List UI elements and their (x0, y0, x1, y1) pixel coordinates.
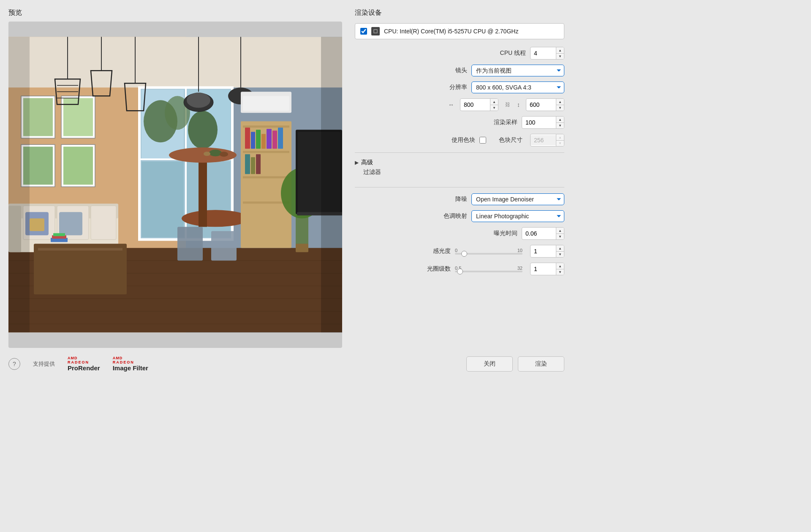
cpu-threads-down[interactable]: ▼ (556, 53, 564, 59)
svg-rect-72 (278, 128, 283, 149)
svg-rect-70 (267, 129, 272, 149)
device-selection-box: CPU: Intel(R) Core(TM) i5-5257U CPU @ 2.… (355, 23, 564, 39)
denoise-row: 降噪 Open Image Denoiser Bilateral Filter … (355, 193, 564, 205)
preview-area (8, 22, 342, 348)
dimensions-row: ↔ ▲ ▼ ⛓ ↕ ▲ ▼ (355, 98, 564, 111)
iso-slider[interactable] (455, 253, 523, 255)
cpu-threads-up[interactable]: ▲ (556, 47, 564, 53)
svg-rect-14 (142, 161, 184, 237)
tile-size-up: ▲ (556, 134, 564, 140)
svg-rect-64 (243, 176, 289, 178)
svg-rect-73 (245, 154, 250, 174)
svg-marker-91 (321, 37, 342, 332)
svg-rect-68 (256, 130, 261, 149)
height-stepper[interactable]: ▲ ▼ (526, 98, 564, 111)
height-stepper-btns: ▲ ▼ (556, 99, 564, 111)
width-down[interactable]: ▼ (490, 105, 498, 111)
svg-rect-63 (243, 151, 289, 153)
tonemap-select[interactable]: Linear Photographic None Reinhard (471, 210, 564, 222)
iso-row: 感光度 0 10 ▲ ▼ (355, 245, 564, 258)
use-tile-checkbox[interactable] (479, 137, 486, 144)
svg-point-58 (182, 210, 249, 227)
width-icon: ↔ (448, 101, 454, 108)
exposure-stepper[interactable]: ▲ ▼ (522, 227, 564, 240)
svg-rect-49 (91, 206, 116, 239)
fstop-input[interactable] (531, 264, 556, 274)
fstop-slider[interactable] (455, 271, 523, 272)
svg-rect-52 (30, 218, 44, 231)
svg-rect-75 (256, 154, 261, 174)
right-content: 渲染设备 CPU: Intel(R) Core(TM) i5-5257U CPU… (355, 8, 564, 372)
svg-rect-79 (296, 244, 308, 252)
exposure-label: 曝光时间 (479, 230, 517, 237)
device-checkbox[interactable] (360, 28, 367, 35)
render-button[interactable]: 渲染 (518, 356, 564, 372)
height-icon: ↕ (517, 101, 520, 108)
link-proportions-icon: ⛓ (505, 102, 510, 108)
samples-input[interactable] (522, 117, 556, 128)
samples-row: 渲染采样 ▲ ▼ (355, 116, 564, 129)
svg-point-87 (204, 152, 210, 156)
lens-select-wrapper[interactable]: 作为当前视图 透视 正交 (471, 65, 564, 76)
fstop-up[interactable]: ▲ (556, 263, 564, 269)
svg-rect-57 (53, 233, 65, 236)
fstop-stepper[interactable]: ▲ ▼ (530, 263, 564, 275)
resolution-select-wrapper[interactable]: 800 x 600, SVGA 4:3 1024 x 768, XGA 4:3 … (471, 81, 564, 93)
tile-size-input (531, 135, 556, 145)
svg-point-20 (188, 111, 218, 149)
tile-size-stepper[interactable]: ▲ ▼ (530, 134, 564, 147)
footer-buttons: 关闭 渲染 (355, 348, 564, 372)
height-up[interactable]: ▲ (556, 99, 564, 105)
svg-rect-29 (63, 147, 93, 185)
svg-rect-93 (374, 30, 377, 33)
lens-label: 镜头 (429, 67, 467, 74)
cpu-threads-label: CPU 线程 (488, 49, 526, 57)
resolution-select[interactable]: 800 x 600, SVGA 4:3 1024 x 768, XGA 4:3 … (471, 81, 564, 93)
iso-stepper[interactable]: ▲ ▼ (530, 245, 564, 258)
exposure-down[interactable]: ▼ (556, 233, 564, 239)
width-input[interactable] (460, 100, 490, 110)
fstop-down[interactable]: ▼ (556, 269, 564, 275)
right-panel: 渲染设备 CPU: Intel(R) Core(TM) i5-5257U CPU… (351, 8, 569, 372)
advanced-label: 高级 (361, 159, 373, 166)
advanced-section-toggle[interactable]: ▶ 高级 (355, 159, 564, 166)
lens-select[interactable]: 作为当前视图 透视 正交 (471, 65, 564, 76)
exposure-input[interactable] (522, 228, 556, 239)
denoise-label: 降噪 (429, 195, 467, 203)
help-button[interactable]: ? (8, 358, 20, 370)
height-input[interactable] (526, 100, 556, 110)
svg-rect-89 (243, 96, 289, 111)
divider-1 (355, 152, 564, 153)
width-up[interactable]: ▲ (490, 99, 498, 105)
left-panel: 预览 (8, 8, 342, 372)
close-button[interactable]: 关闭 (466, 356, 513, 372)
exposure-row: 曝光时间 ▲ ▼ (355, 227, 564, 240)
divider-2 (355, 187, 564, 187)
iso-down[interactable]: ▼ (556, 251, 564, 257)
brand-imagefilter: AMD RADEON Image Filter (113, 356, 148, 372)
svg-rect-83 (177, 227, 203, 261)
tonemap-select-wrapper[interactable]: Linear Photographic None Reinhard (471, 210, 564, 222)
chevron-right-icon: ▶ (355, 160, 359, 166)
height-down[interactable]: ▼ (556, 105, 564, 111)
footer-left: ? 支持提供 AMD RADEON ProRender AMD RADEON I… (8, 356, 148, 372)
samples-up[interactable]: ▲ (556, 117, 564, 122)
denoise-select-wrapper[interactable]: Open Image Denoiser Bilateral Filter Non… (471, 193, 564, 205)
use-tile-label: 使用色块 (437, 136, 475, 144)
samples-stepper[interactable]: ▲ ▼ (522, 116, 564, 129)
samples-down[interactable]: ▼ (556, 122, 564, 128)
cpu-threads-stepper[interactable]: ▲ ▼ (530, 47, 564, 60)
fstop-stepper-btns: ▲ ▼ (556, 263, 564, 275)
tile-row: 使用色块 色块尺寸 ▲ ▼ (355, 134, 564, 147)
lens-row: 镜头 作为当前视图 透视 正交 (355, 65, 564, 76)
iso-input[interactable] (531, 246, 556, 256)
exposure-up[interactable]: ▲ (556, 228, 564, 233)
svg-rect-53 (34, 244, 127, 294)
width-stepper[interactable]: ▲ ▼ (460, 98, 498, 111)
tile-size-label: 色块尺寸 (499, 136, 523, 144)
cpu-threads-input[interactable] (531, 48, 556, 58)
iso-up[interactable]: ▲ (556, 245, 564, 251)
denoise-select[interactable]: Open Image Denoiser Bilateral Filter Non… (471, 193, 564, 205)
fstop-row: 光圈级数 0.5 32 ▲ ▼ (355, 263, 564, 275)
filter-label: 过滤器 (363, 168, 381, 175)
